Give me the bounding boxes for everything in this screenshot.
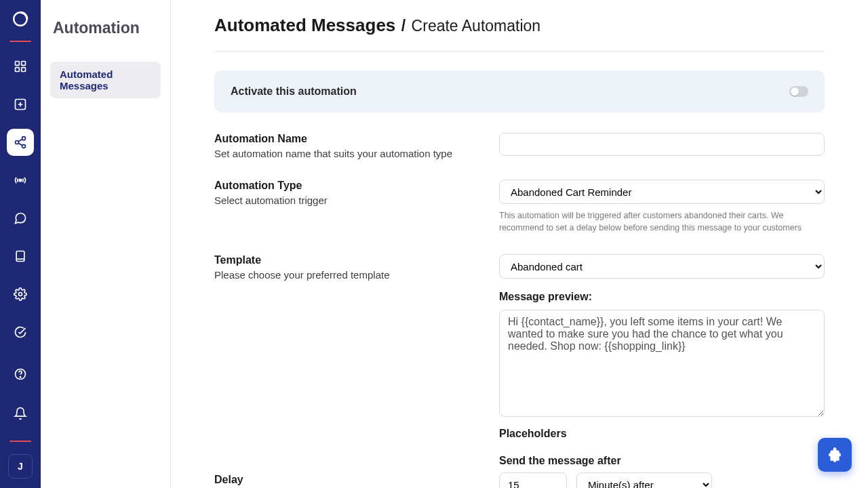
breadcrumb: Automated Messages / Create Automation bbox=[214, 15, 825, 52]
share-icon[interactable] bbox=[7, 129, 34, 156]
sidebar-item-automated-messages[interactable]: Automated Messages bbox=[50, 62, 161, 98]
check-circle-icon[interactable] bbox=[7, 319, 34, 346]
template-label: Template bbox=[214, 254, 472, 266]
template-select[interactable]: Abandoned cart bbox=[499, 254, 825, 279]
activate-toggle[interactable] bbox=[789, 86, 808, 97]
name-label: Automation Name bbox=[214, 133, 472, 145]
type-label: Automation Type bbox=[214, 180, 472, 192]
sidebar-title: Automation bbox=[50, 19, 161, 37]
activate-label: Activate this automation bbox=[231, 85, 357, 98]
book-icon[interactable] bbox=[7, 243, 34, 270]
svg-point-9 bbox=[19, 179, 21, 181]
chat-icon[interactable] bbox=[7, 205, 34, 232]
type-helper: This automation will be triggered after … bbox=[499, 209, 825, 234]
chat-widget-button[interactable] bbox=[818, 438, 852, 472]
svg-rect-10 bbox=[16, 251, 24, 262]
sidebar: Automation Automated Messages bbox=[41, 0, 171, 488]
user-avatar[interactable]: J bbox=[8, 454, 33, 479]
dashboard-icon[interactable] bbox=[7, 53, 34, 80]
placeholders-label: Placeholders bbox=[499, 428, 825, 440]
template-desc: Please choose your preferred template bbox=[214, 269, 472, 281]
automation-type-select[interactable]: Abandoned Cart Reminder bbox=[499, 180, 825, 204]
activate-card: Activate this automation bbox=[214, 70, 825, 113]
svg-rect-1 bbox=[16, 62, 20, 66]
svg-point-11 bbox=[19, 293, 22, 296]
settings-icon[interactable] bbox=[7, 281, 34, 308]
sidebar-item-label: Automated Messages bbox=[60, 68, 113, 92]
send-after-label: Send the message after bbox=[499, 455, 825, 467]
bell-icon[interactable] bbox=[7, 400, 34, 427]
main-content: Automated Messages / Create Automation A… bbox=[171, 0, 868, 488]
svg-rect-2 bbox=[22, 62, 26, 66]
add-icon[interactable] bbox=[7, 91, 34, 118]
svg-point-7 bbox=[16, 141, 19, 144]
name-desc: Set automation name that suits your auto… bbox=[214, 148, 472, 159]
svg-point-13 bbox=[20, 377, 20, 378]
delay-label: Delay bbox=[214, 474, 472, 486]
rail-divider bbox=[9, 41, 31, 42]
help-icon[interactable] bbox=[7, 361, 34, 388]
svg-rect-4 bbox=[22, 68, 26, 72]
breadcrumb-root[interactable]: Automated Messages bbox=[214, 15, 395, 35]
rail-divider-bottom bbox=[9, 441, 31, 442]
app-logo[interactable] bbox=[11, 9, 30, 28]
type-desc: Select automation trigger bbox=[214, 195, 472, 206]
breadcrumb-sep: / bbox=[401, 17, 406, 35]
broadcast-icon[interactable] bbox=[7, 167, 34, 194]
svg-rect-3 bbox=[16, 68, 20, 72]
svg-point-6 bbox=[22, 137, 26, 140]
preview-label: Message preview: bbox=[499, 291, 825, 303]
nav-rail: J bbox=[0, 0, 41, 488]
breadcrumb-current: Create Automation bbox=[412, 17, 541, 35]
message-preview-textarea[interactable]: Hi {{contact_name}}, you left some items… bbox=[499, 310, 825, 417]
automation-name-input[interactable] bbox=[499, 133, 825, 156]
svg-point-8 bbox=[22, 144, 26, 148]
